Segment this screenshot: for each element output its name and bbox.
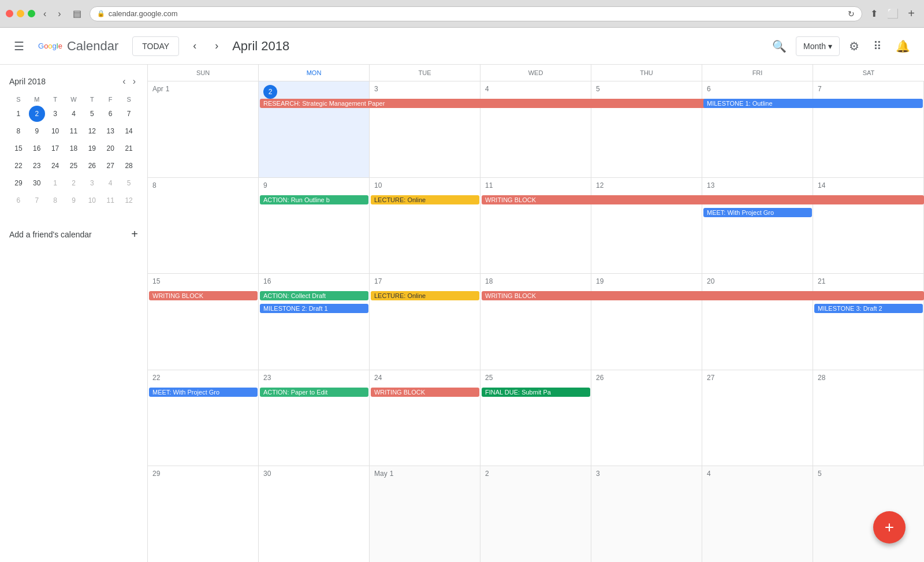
new-tab-button[interactable]: +: [904, 6, 918, 21]
cell-apr14[interactable]: 14: [813, 178, 924, 274]
apps-button[interactable]: ⠿: [869, 35, 886, 58]
maximize-button[interactable]: [28, 10, 35, 17]
mini-cal-day-19[interactable]: 19: [84, 140, 100, 157]
event-meet-project-2[interactable]: MEET: With Project Gro: [703, 208, 812, 217]
today-button[interactable]: TODAY: [132, 36, 179, 56]
mini-cal-day-may10[interactable]: 10: [84, 192, 100, 209]
mini-cal-day-6[interactable]: 6: [102, 106, 118, 122]
cell-apr1[interactable]: Apr1: [148, 81, 259, 177]
event-action-outline[interactable]: ACTION: Run Outline b: [260, 195, 368, 204]
cell-apr12[interactable]: 12: [591, 178, 702, 274]
mini-cal-day-30[interactable]: 30: [29, 175, 45, 191]
close-button[interactable]: [6, 10, 13, 17]
event-writing-3a[interactable]: WRITING BLOCK: [149, 291, 258, 300]
cell-apr4[interactable]: 4: [480, 81, 591, 177]
event-milestone-2[interactable]: MILESTONE 2: Draft 1: [260, 304, 368, 313]
cell-may1[interactable]: May1: [370, 466, 480, 562]
mini-cal-day-23[interactable]: 23: [29, 158, 45, 174]
mini-cal-day-may5[interactable]: 5: [121, 175, 137, 191]
event-lecture-10[interactable]: LECTURE: Online: [371, 195, 479, 204]
cell-apr18[interactable]: 18: [480, 274, 591, 370]
reload-button[interactable]: ↻: [848, 9, 855, 18]
browser-back-button[interactable]: ‹: [40, 8, 50, 20]
mini-cal-prev-button[interactable]: ‹: [120, 74, 128, 89]
event-writing-3b[interactable]: WRITING BLOCK: [482, 291, 924, 300]
mini-cal-day-3[interactable]: 3: [47, 106, 64, 122]
cell-apr26[interactable]: 26: [591, 370, 702, 466]
browser-forward-button[interactable]: ›: [54, 8, 64, 20]
cell-may2[interactable]: 2: [480, 466, 591, 562]
mini-cal-day-9[interactable]: 9: [29, 123, 45, 139]
next-month-button[interactable]: ›: [210, 36, 223, 55]
mini-cal-day-12[interactable]: 12: [84, 123, 100, 139]
mini-cal-day-13[interactable]: 13: [102, 123, 118, 139]
mini-cal-day-14[interactable]: 14: [121, 123, 137, 139]
mini-cal-day-may2[interactable]: 2: [65, 175, 81, 191]
cell-apr27[interactable]: 27: [702, 370, 813, 466]
address-bar[interactable]: 🔒 calendar.google.com ↻: [90, 6, 863, 21]
mini-cal-day-may4[interactable]: 4: [102, 175, 118, 191]
mini-cal-day-5[interactable]: 5: [84, 106, 100, 122]
search-button[interactable]: 🔍: [767, 35, 791, 58]
cell-apr8[interactable]: 8: [148, 178, 259, 274]
mini-cal-day-18[interactable]: 18: [65, 140, 81, 157]
cell-apr7[interactable]: 7: [813, 81, 924, 177]
event-milestone-3[interactable]: MILESTONE 3: Draft 2: [814, 304, 923, 313]
mini-cal-day-15[interactable]: 15: [10, 140, 27, 157]
add-friend-calendar[interactable]: Add a friend's calendar +: [9, 223, 138, 245]
prev-month-button[interactable]: ‹: [188, 36, 201, 55]
mini-cal-day-may1[interactable]: 1: [47, 175, 64, 191]
cell-apr17[interactable]: 17: [370, 274, 480, 370]
hamburger-menu-button[interactable]: ☰: [9, 35, 29, 58]
mini-cal-day-20[interactable]: 20: [102, 140, 118, 157]
mini-cal-day-11[interactable]: 11: [65, 123, 81, 139]
cell-apr22[interactable]: 22: [148, 370, 259, 466]
mini-cal-day-may6[interactable]: 6: [10, 192, 27, 209]
cell-apr16[interactable]: 16: [259, 274, 370, 370]
cell-apr11[interactable]: 11: [480, 178, 591, 274]
mini-cal-day-29[interactable]: 29: [10, 175, 27, 191]
mini-cal-day-may11[interactable]: 11: [102, 192, 118, 209]
cell-apr6[interactable]: 6: [702, 81, 813, 177]
cell-apr9[interactable]: 9: [259, 178, 370, 274]
mini-cal-day-28[interactable]: 28: [121, 158, 137, 174]
mini-cal-day-may7[interactable]: 7: [29, 192, 45, 209]
mini-cal-day-1[interactable]: 1: [10, 106, 27, 122]
event-meet-project-4[interactable]: MEET: With Project Gro: [149, 388, 258, 397]
event-final-due[interactable]: FINAL DUE: Submit Pa: [482, 388, 590, 397]
mini-cal-day-8[interactable]: 8: [10, 123, 27, 139]
cell-apr21[interactable]: 21: [813, 274, 924, 370]
event-action-paper[interactable]: ACTION: Paper to Edit: [260, 388, 368, 397]
cell-apr28[interactable]: 28: [813, 370, 924, 466]
mini-cal-day-21[interactable]: 21: [121, 140, 137, 157]
cell-apr10[interactable]: 10: [370, 178, 480, 274]
notifications-button[interactable]: 🔔: [891, 35, 915, 58]
cell-apr13[interactable]: 13: [702, 178, 813, 274]
cell-apr5[interactable]: 5: [591, 81, 702, 177]
mini-cal-day-27[interactable]: 27: [102, 158, 118, 174]
window-expand-button[interactable]: ⬜: [884, 6, 902, 21]
mini-cal-day-10[interactable]: 10: [47, 123, 64, 139]
browser-sidebar-toggle[interactable]: ▤: [69, 7, 85, 20]
mini-cal-day-2[interactable]: 2: [29, 106, 45, 122]
cell-apr29[interactable]: 29: [148, 466, 259, 562]
event-action-collect[interactable]: ACTION: Collect Draft: [260, 291, 368, 300]
mini-cal-day-may12[interactable]: 12: [121, 192, 137, 209]
create-event-fab[interactable]: +: [873, 511, 906, 544]
view-selector-button[interactable]: Month ▾: [796, 36, 840, 56]
mini-cal-day-26[interactable]: 26: [84, 158, 100, 174]
mini-cal-day-22[interactable]: 22: [10, 158, 27, 174]
cell-apr20[interactable]: 20: [702, 274, 813, 370]
mini-cal-day-4[interactable]: 4: [65, 106, 81, 122]
cell-may3[interactable]: 3: [591, 466, 702, 562]
cell-apr24[interactable]: 24: [370, 370, 480, 466]
cell-apr25[interactable]: 25: [480, 370, 591, 466]
cell-may5[interactable]: 5: [813, 466, 924, 562]
mini-cal-next-button[interactable]: ›: [131, 74, 138, 89]
mini-cal-day-may8[interactable]: 8: [47, 192, 64, 209]
cell-may4[interactable]: 4: [702, 466, 813, 562]
cell-apr2[interactable]: 2: [259, 81, 370, 177]
event-milestone-1[interactable]: MILESTONE 1: Outline: [703, 99, 923, 108]
event-lecture-17[interactable]: LECTURE: Online: [371, 291, 479, 300]
cell-apr19[interactable]: 19: [591, 274, 702, 370]
